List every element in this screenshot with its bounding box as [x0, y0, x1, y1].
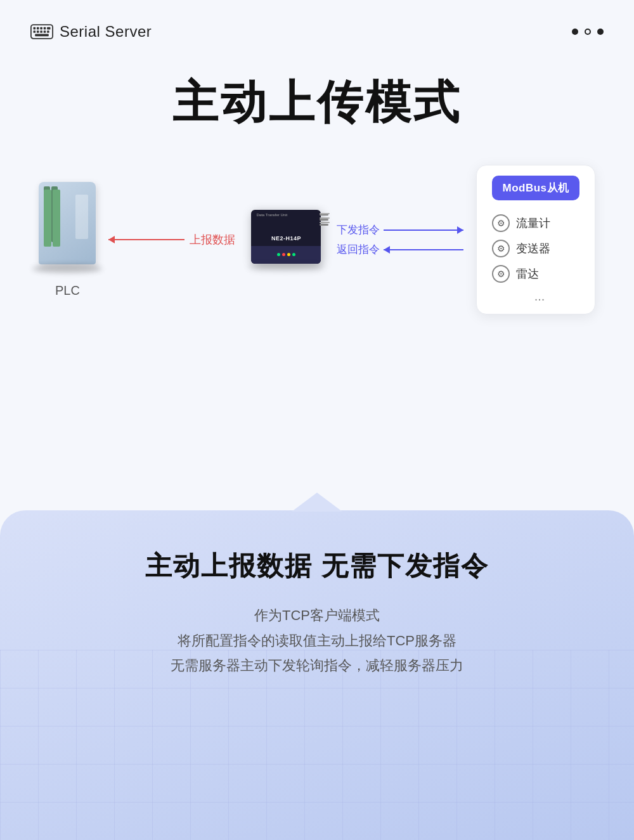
bottom-section: 主动上报数据 无需下发指令 作为TCP客户端模式 将所配置指令的读取值主动上报给… [0, 510, 634, 840]
bottom-desc-1: 作为TCP客户端模式 [171, 603, 463, 628]
dtu-label-top: Data Transfer Unit [256, 213, 287, 217]
modbus-section: ModBus从机 ⚙ 流量计 ⚙ 变送器 ⚙ 雷达 ... [476, 165, 595, 314]
modbus-icon-0: ⚙ [492, 214, 510, 232]
modbus-label-2: 雷达 [516, 266, 539, 281]
modbus-icon-1: ⚙ [492, 240, 510, 257]
svg-rect-3 [40, 27, 42, 30]
app-title: Serial Server [60, 23, 152, 41]
plc-device [39, 182, 96, 264]
plc-section: PLC [39, 182, 96, 298]
arrow-up-report: 上报数据 [108, 232, 235, 247]
modbus-label-0: 流量计 [516, 216, 550, 231]
main-title: 主动上传模式 [0, 72, 634, 133]
left-arrow-section: 上报数据 [108, 232, 235, 247]
dot-2 [585, 29, 591, 35]
modbus-box: ModBus从机 ⚙ 流量计 ⚙ 变送器 ⚙ 雷达 ... [476, 165, 595, 314]
cmd-send-label: 下发指令 [337, 223, 380, 237]
svg-rect-5 [47, 27, 50, 30]
bottom-description: 作为TCP客户端模式 将所配置指令的读取值主动上报给TCP服务器 无需服务器主动… [171, 603, 463, 678]
modbus-header: ModBus从机 [492, 176, 579, 200]
bottom-desc-2: 将所配置指令的读取值主动上报给TCP服务器 [171, 628, 463, 654]
header-left: Serial Server [30, 23, 152, 41]
dot-3 [597, 29, 604, 35]
modbus-icon-2: ⚙ [492, 265, 510, 283]
bottom-main-title: 主动上报数据 无需下发指令 [145, 548, 489, 584]
plc-label: PLC [55, 283, 80, 298]
cmd-send-row: 下发指令 [337, 223, 463, 237]
svg-rect-4 [44, 27, 46, 30]
svg-rect-11 [35, 34, 49, 37]
modbus-item-2: ⚙ 雷达 [492, 261, 579, 287]
svg-rect-1 [34, 27, 36, 30]
modbus-item-1: ⚙ 变送器 [492, 236, 579, 261]
cmd-return-row: 返回指令 [337, 242, 463, 257]
keyboard-icon [30, 24, 53, 39]
svg-rect-2 [37, 27, 39, 30]
header: Serial Server [0, 0, 634, 53]
cmd-arrow-right [384, 229, 463, 231]
svg-rect-7 [37, 30, 39, 33]
arrow-up-label: 上报数据 [190, 232, 235, 247]
svg-rect-6 [34, 30, 36, 33]
dtu-brand: NE2-H14P [271, 235, 301, 242]
cmd-return-label: 返回指令 [337, 242, 380, 257]
arrow-left-line [108, 239, 184, 240]
cmd-arrow-left [384, 249, 463, 250]
bottom-desc-3: 无需服务器主动下发轮询指令，减轻服务器压力 [171, 653, 463, 678]
svg-rect-8 [40, 30, 42, 33]
dtu-device: Data Transfer Unit NE2-H14P [251, 210, 321, 264]
svg-rect-10 [47, 30, 49, 33]
modbus-label-1: 变送器 [516, 241, 550, 256]
diagram-area: PLC 上报数据 Data Transfer Unit NE2-H14P 下发指… [0, 165, 634, 314]
dtu-shadow [248, 264, 324, 270]
dtu-section: Data Transfer Unit NE2-H14P [248, 210, 324, 270]
right-arrow-section: 下发指令 返回指令 [337, 223, 463, 257]
modbus-item-0: ⚙ 流量计 [492, 210, 579, 236]
dot-1 [572, 29, 578, 35]
modbus-more: ... [492, 289, 579, 304]
svg-rect-9 [44, 30, 46, 33]
header-dots [572, 29, 604, 35]
